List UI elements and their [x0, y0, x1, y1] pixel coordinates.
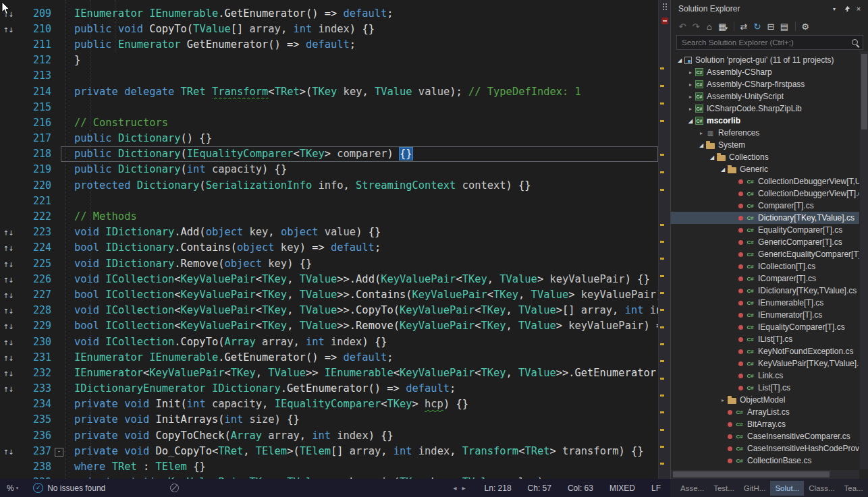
tree-item[interactable]: C#IList[T].cs [671, 333, 859, 345]
close-icon[interactable]: × [852, 3, 865, 15]
editor-vertical-scrollbar[interactable] [658, 0, 671, 479]
code-line-text[interactable]: private void CopyToCheck(Array array, in… [61, 428, 658, 443]
code-line[interactable]: ↑↓231 IEnumerator IEnumerable.GetEnumera… [0, 349, 658, 365]
code-line[interactable]: ↑↓233 IDictionaryEnumerator IDictionary.… [0, 381, 658, 397]
code-line[interactable]: ↑↓237 private void Do_CopyTo<TRet, TElem… [0, 443, 658, 459]
code-line-text[interactable]: } [61, 53, 658, 68]
window-position-icon[interactable]: ▾ [828, 3, 840, 15]
code-line-text[interactable]: private delegate TRet Transform<TRet>(TK… [61, 84, 658, 99]
tree-item[interactable]: C#Dictionary[TKey,TValue].cs [671, 212, 859, 224]
code-line[interactable]: ↑↓225 void IDictionary.Remove(object key… [0, 256, 658, 271]
tree-item[interactable]: C#CaseInsensitiveComparer.cs [671, 430, 859, 442]
code-line[interactable]: ↑↓227 bool ICollection<KeyValuePair<TKey… [0, 287, 658, 302]
tree-item[interactable]: C#CollectionBase.cs [671, 455, 859, 467]
code-line[interactable]: 219 public Dictionary(int capacity) {} [0, 162, 658, 177]
status-line-ending[interactable]: LF [651, 484, 661, 493]
code-line-text[interactable]: public Enumerator GetEnumerator() => def… [61, 36, 658, 52]
expander-icon[interactable]: ▸ [718, 397, 728, 403]
code-line-text[interactable] [61, 193, 658, 208]
tool-window-tab[interactable]: Asse... [676, 481, 709, 496]
gutter-margin[interactable]: ↑↓ [0, 273, 16, 285]
tree-item[interactable]: C#List[T].cs [671, 382, 859, 394]
tree-item[interactable]: C#Link.cs [671, 370, 859, 382]
code-line[interactable]: 214 private delegate TRet Transform<TRet… [0, 84, 658, 99]
gutter-margin[interactable]: ↑↓ [0, 351, 16, 363]
gutter-margin[interactable]: ↑↓ [0, 258, 16, 270]
scroll-right-icon[interactable]: ▸ [462, 484, 466, 492]
override-indicator-icon[interactable]: ↑↓ [3, 261, 13, 268]
code-line-text[interactable]: void ICollection.CopyTo(Array array, int… [61, 334, 658, 349]
gutter-margin[interactable]: ↑↓ [0, 445, 16, 457]
code-line[interactable]: ↑↓228 void ICollection<KeyValuePair<TKey… [0, 303, 658, 318]
code-line[interactable]: ↑↓230 void ICollection.CopyTo(Array arra… [0, 334, 658, 349]
code-line[interactable]: 222 // Methods [0, 208, 658, 224]
code-line-text[interactable]: bool IDictionary.Contains(object key) =>… [61, 240, 658, 256]
gutter-margin[interactable]: ↑↓ [0, 226, 16, 238]
gutter-margin[interactable]: ↑↓ [0, 241, 16, 254]
tree-item[interactable]: C#EqualityComparer[T].cs [671, 224, 859, 236]
tree-item[interactable]: C#IComparer[T].cs [671, 272, 859, 285]
code-line[interactable]: ↑↓223 void IDictionary.Add(object key, o… [0, 225, 658, 240]
code-line-text[interactable]: IEnumerator IEnumerable.GetEnumerator() … [61, 349, 658, 365]
tree-item[interactable]: ▸ObjectModel [671, 394, 859, 406]
code-line-text[interactable]: void IDictionary.Remove(object key) {} [61, 256, 658, 271]
override-indicator-icon[interactable]: ↑↓ [3, 323, 13, 330]
fold-collapse-icon[interactable]: - [55, 448, 63, 457]
expander-icon[interactable]: ▸ [697, 130, 706, 136]
code-line[interactable]: 218 public Dictionary(IEqualityComparer<… [0, 146, 658, 162]
override-indicator-icon[interactable]: ↑↓ [3, 308, 13, 315]
scrollbar-thumb[interactable] [673, 471, 830, 477]
tree-item[interactable]: C#GenericEqualityComparer[T].cs [671, 248, 859, 260]
code-line-text[interactable]: public Dictionary(int capacity) {} [61, 162, 658, 177]
sync-with-active-document-button[interactable]: ⇄ [738, 20, 750, 32]
code-line-text[interactable]: void ICollection<KeyValuePair<TKey, TVal… [61, 303, 658, 318]
gutter-margin[interactable]: ↑↓ [0, 382, 16, 394]
code-line[interactable]: 234 private void Init(int capacity, IEqu… [0, 397, 658, 412]
expander-icon[interactable]: ◢ [718, 167, 728, 173]
expander-icon[interactable]: ▸ [686, 69, 695, 76]
tree-item[interactable]: C#IEqualityComparer[T].cs [671, 321, 859, 333]
gutter-margin[interactable]: ↑↓ [0, 304, 16, 316]
tree-item[interactable]: C#Comparer[T].cs [671, 200, 859, 212]
code-line[interactable]: 235 private void InitArrays(int size) {} [0, 412, 658, 428]
code-line-text[interactable] [61, 99, 658, 115]
code-editor[interactable]: ↑↓209 IEnumerator IEnumerable.GetEnumera… [0, 0, 658, 479]
code-line[interactable]: ↑↓226 void ICollection<KeyValuePair<TKey… [0, 271, 658, 287]
gutter-margin[interactable]: ↑↓ [0, 23, 16, 35]
override-indicator-icon[interactable]: ↑↓ [3, 370, 13, 378]
tree-item[interactable]: C#ICollection[T].cs [671, 260, 859, 272]
expander-icon[interactable]: ▸ [686, 94, 695, 100]
gutter-margin[interactable]: ↑↓ [0, 289, 16, 301]
collapse-all-button[interactable]: ⊟ [765, 20, 777, 32]
tree-item[interactable]: ▸C#ICSharpCode.SharpZipLib [671, 103, 859, 115]
code-line-text[interactable]: private void Do_CopyTo<TRet, TElem>(TEle… [61, 443, 658, 459]
tree-item[interactable]: ▸▥References [671, 127, 859, 139]
code-line[interactable]: 217 public Dictionary() {} [0, 131, 658, 146]
expander-icon[interactable]: ◢ [697, 142, 706, 148]
gutter-margin[interactable]: ↑↓ [0, 336, 16, 348]
gutter-margin[interactable]: ↑↓ [0, 320, 16, 332]
code-line-text[interactable]: bool ICollection<KeyValuePair<TKey, TVal… [61, 318, 658, 334]
tree-item[interactable]: C#GenericComparer[T].cs [671, 236, 859, 248]
expander-icon[interactable]: ▸ [686, 106, 695, 112]
code-line[interactable]: 213 [0, 68, 658, 84]
properties-button[interactable]: ⚙ [799, 20, 811, 32]
tree-item[interactable]: C#KeyValuePair[TKey,TValue].cs [671, 357, 859, 370]
tool-window-tab[interactable]: Solut... [770, 481, 804, 496]
solution-explorer-titlebar[interactable]: Solution Explorer ▾ × [671, 0, 868, 18]
code-line[interactable]: 220 protected Dictionary(SerializationIn… [0, 177, 658, 193]
refresh-button[interactable]: ↻ [751, 20, 763, 32]
code-line-text[interactable]: // Methods [61, 208, 658, 224]
code-line-text[interactable]: IEnumerator<KeyValuePair<TKey, TValue>> … [61, 365, 658, 380]
search-icon[interactable] [852, 39, 858, 45]
code-line[interactable]: ↑↓224 bool IDictionary.Contains(object k… [0, 240, 658, 256]
tree-item[interactable]: C#CollectionDebuggerView[T].cs [671, 187, 859, 200]
code-line-text[interactable]: // Constructors [61, 115, 658, 130]
issues-check-icon[interactable]: ✓ [33, 483, 43, 493]
override-indicator-icon[interactable]: ↑↓ [3, 448, 13, 456]
code-line-text[interactable]: void ICollection<KeyValuePair<TKey, TVal… [61, 271, 658, 287]
tree-item[interactable]: ◢C#mscorlib [671, 115, 859, 127]
tree-item[interactable]: ◢Solution 'project-gui' (11 of 11 projec… [671, 54, 859, 66]
code-line-text[interactable]: public void CopyTo(TValue[] array, int i… [61, 21, 658, 36]
code-line-text[interactable]: void IDictionary.Add(object key, object … [61, 225, 658, 240]
